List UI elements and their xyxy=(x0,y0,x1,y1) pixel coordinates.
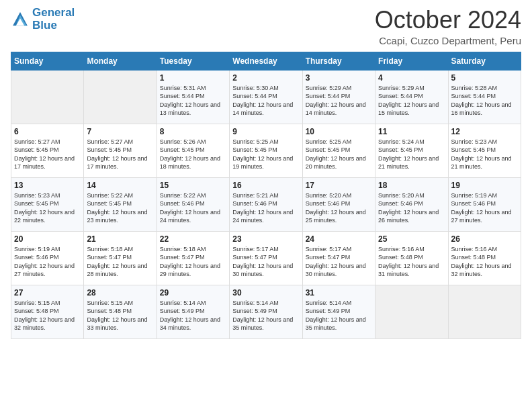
day-number: 18 xyxy=(378,181,445,190)
day-info: Sunrise: 5:27 AMSunset: 5:45 PMDaylight:… xyxy=(87,138,153,171)
calendar-cell: 17Sunrise: 5:20 AMSunset: 5:46 PMDayligh… xyxy=(302,177,375,231)
daylight-text: Daylight: 12 hours and 35 minutes. xyxy=(232,316,293,332)
calendar-cell: 5Sunrise: 5:28 AMSunset: 5:44 PMDaylight… xyxy=(448,70,521,124)
daylight-text: Daylight: 12 hours and 20 minutes. xyxy=(306,155,366,171)
day-number: 27 xyxy=(14,288,81,298)
daylight-text: Daylight: 12 hours and 14 minutes. xyxy=(306,101,366,117)
calendar-cell xyxy=(84,70,157,124)
calendar-cell: 18Sunrise: 5:20 AMSunset: 5:46 PMDayligh… xyxy=(375,177,448,231)
calendar-cell: 14Sunrise: 5:22 AMSunset: 5:45 PMDayligh… xyxy=(84,177,157,231)
day-info: Sunrise: 5:22 AMSunset: 5:45 PMDaylight:… xyxy=(87,191,153,225)
sunrise-text: Sunrise: 5:15 AM xyxy=(14,300,60,306)
day-number: 26 xyxy=(451,234,518,244)
day-info: Sunrise: 5:14 AMSunset: 5:49 PMDaylight:… xyxy=(306,299,372,332)
day-info: Sunrise: 5:21 AMSunset: 5:46 PMDaylight:… xyxy=(232,191,299,225)
sunrise-text: Sunrise: 5:17 AM xyxy=(306,246,352,253)
sunrise-text: Sunrise: 5:14 AM xyxy=(232,300,279,306)
daylight-text: Daylight: 12 hours and 33 minutes. xyxy=(87,316,147,332)
day-number: 7 xyxy=(87,127,153,136)
sunrise-text: Sunrise: 5:18 AM xyxy=(87,246,133,253)
daylight-text: Daylight: 12 hours and 15 minutes. xyxy=(378,101,439,117)
title-block: October 2024 Ccapi, Cuzco Department, Pe… xyxy=(375,7,521,46)
day-number: 19 xyxy=(451,181,518,190)
daylight-text: Daylight: 12 hours and 18 minutes. xyxy=(160,155,220,171)
daylight-text: Daylight: 12 hours and 21 minutes. xyxy=(378,155,439,171)
location-title: Ccapi, Cuzco Department, Peru xyxy=(375,35,521,46)
calendar-cell: 26Sunrise: 5:16 AMSunset: 5:48 PMDayligh… xyxy=(448,231,521,285)
day-number: 15 xyxy=(160,181,226,190)
header-day-friday: Friday xyxy=(375,52,448,70)
day-info: Sunrise: 5:17 AMSunset: 5:47 PMDaylight:… xyxy=(232,245,299,279)
daylight-text: Daylight: 12 hours and 25 minutes. xyxy=(306,209,366,224)
day-number: 5 xyxy=(451,73,518,83)
sunset-text: Sunset: 5:45 PM xyxy=(306,146,351,153)
sunset-text: Sunset: 5:45 PM xyxy=(87,200,132,207)
week-row-4: 20Sunrise: 5:19 AMSunset: 5:46 PMDayligh… xyxy=(11,231,521,285)
sunrise-text: Sunrise: 5:25 AM xyxy=(232,138,279,145)
sunrise-text: Sunrise: 5:29 AM xyxy=(378,85,425,91)
sunset-text: Sunset: 5:44 PM xyxy=(378,93,423,99)
daylight-text: Daylight: 12 hours and 30 minutes. xyxy=(306,263,366,278)
page: General Blue October 2024 Ccapi, Cuzco D… xyxy=(0,0,532,411)
day-number: 30 xyxy=(232,288,299,298)
daylight-text: Daylight: 12 hours and 32 minutes. xyxy=(451,263,512,278)
daylight-text: Daylight: 12 hours and 19 minutes. xyxy=(232,155,293,171)
calendar-cell: 3Sunrise: 5:29 AMSunset: 5:44 PMDaylight… xyxy=(302,70,375,124)
calendar-cell: 12Sunrise: 5:23 AMSunset: 5:45 PMDayligh… xyxy=(448,124,521,177)
sunset-text: Sunset: 5:49 PM xyxy=(306,308,351,314)
header-day-tuesday: Tuesday xyxy=(157,52,229,70)
sunset-text: Sunset: 5:48 PM xyxy=(87,308,132,314)
header-day-saturday: Saturday xyxy=(448,52,521,70)
sunset-text: Sunset: 5:44 PM xyxy=(306,93,351,99)
daylight-text: Daylight: 12 hours and 34 minutes. xyxy=(160,316,220,332)
calendar-cell: 16Sunrise: 5:21 AMSunset: 5:46 PMDayligh… xyxy=(230,177,302,231)
sunrise-text: Sunrise: 5:22 AM xyxy=(160,192,206,199)
daylight-text: Daylight: 12 hours and 29 minutes. xyxy=(160,263,220,278)
logo: General Blue xyxy=(11,7,75,32)
calendar-cell: 22Sunrise: 5:18 AMSunset: 5:47 PMDayligh… xyxy=(157,231,229,285)
day-info: Sunrise: 5:19 AMSunset: 5:46 PMDaylight:… xyxy=(451,191,518,225)
daylight-text: Daylight: 12 hours and 23 minutes. xyxy=(87,209,147,224)
header: General Blue October 2024 Ccapi, Cuzco D… xyxy=(11,7,521,46)
calendar-cell: 31Sunrise: 5:14 AMSunset: 5:49 PMDayligh… xyxy=(302,285,375,338)
sunset-text: Sunset: 5:45 PM xyxy=(14,146,59,153)
calendar-cell: 20Sunrise: 5:19 AMSunset: 5:46 PMDayligh… xyxy=(11,231,84,285)
day-number: 14 xyxy=(87,181,153,190)
logo-icon xyxy=(11,10,30,29)
sunset-text: Sunset: 5:46 PM xyxy=(160,200,205,207)
calendar-cell: 10Sunrise: 5:25 AMSunset: 5:45 PMDayligh… xyxy=(302,124,375,177)
day-number: 21 xyxy=(87,234,153,244)
header-day-wednesday: Wednesday xyxy=(230,52,302,70)
day-number: 3 xyxy=(306,73,372,83)
calendar-cell: 6Sunrise: 5:27 AMSunset: 5:45 PMDaylight… xyxy=(11,124,84,177)
daylight-text: Daylight: 12 hours and 31 minutes. xyxy=(378,263,439,278)
day-number: 11 xyxy=(378,127,445,136)
sunrise-text: Sunrise: 5:21 AM xyxy=(232,192,279,199)
day-info: Sunrise: 5:18 AMSunset: 5:47 PMDaylight:… xyxy=(87,245,153,279)
sunrise-text: Sunrise: 5:26 AM xyxy=(160,138,206,145)
day-number: 31 xyxy=(306,288,372,298)
day-number: 8 xyxy=(160,127,226,136)
sunrise-text: Sunrise: 5:16 AM xyxy=(451,246,498,253)
day-number: 17 xyxy=(306,181,372,190)
calendar-body: 1Sunrise: 5:31 AMSunset: 5:44 PMDaylight… xyxy=(11,70,521,338)
header-day-sunday: Sunday xyxy=(11,52,84,70)
daylight-text: Daylight: 12 hours and 22 minutes. xyxy=(14,209,75,224)
daylight-text: Daylight: 12 hours and 17 minutes. xyxy=(87,155,147,171)
calendar-cell: 27Sunrise: 5:15 AMSunset: 5:48 PMDayligh… xyxy=(11,285,84,338)
sunset-text: Sunset: 5:47 PM xyxy=(306,254,351,261)
day-number: 25 xyxy=(378,234,445,244)
sunset-text: Sunset: 5:46 PM xyxy=(378,200,423,207)
calendar-cell: 1Sunrise: 5:31 AMSunset: 5:44 PMDaylight… xyxy=(157,70,229,124)
day-info: Sunrise: 5:31 AMSunset: 5:44 PMDaylight:… xyxy=(160,84,226,118)
calendar-cell: 9Sunrise: 5:25 AMSunset: 5:45 PMDaylight… xyxy=(230,124,302,177)
sunset-text: Sunset: 5:46 PM xyxy=(306,200,351,207)
daylight-text: Daylight: 12 hours and 32 minutes. xyxy=(14,316,75,332)
daylight-text: Daylight: 12 hours and 27 minutes. xyxy=(14,263,75,278)
sunrise-text: Sunrise: 5:23 AM xyxy=(451,138,498,145)
calendar-cell xyxy=(11,70,84,124)
sunset-text: Sunset: 5:47 PM xyxy=(160,254,205,261)
day-info: Sunrise: 5:24 AMSunset: 5:45 PMDaylight:… xyxy=(378,138,445,171)
day-info: Sunrise: 5:22 AMSunset: 5:46 PMDaylight:… xyxy=(160,191,226,225)
header-day-thursday: Thursday xyxy=(302,52,375,70)
